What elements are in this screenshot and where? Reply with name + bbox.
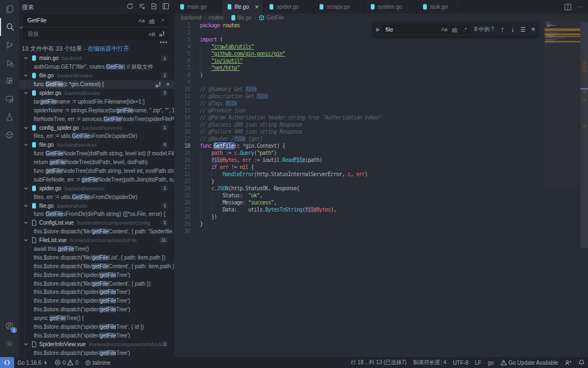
result-file-row[interactable]: main.go backend 1 bbox=[19, 54, 174, 63]
result-match-row[interactable]: this.$store.dispatch('spider/getFileTree… bbox=[19, 297, 174, 305]
replace-all-icon[interactable] bbox=[158, 30, 166, 38]
whole-word-icon[interactable]: ab bbox=[148, 16, 156, 24]
tab-file.go[interactable]: file.go× bbox=[222, 0, 264, 14]
result-file-row[interactable]: file.go backend/services 4 bbox=[19, 141, 174, 149]
status-go[interactable]: go bbox=[485, 357, 497, 368]
result-match-row[interactable]: subFileNode, err := getFileNodeTree(path… bbox=[19, 175, 174, 184]
result-match-row[interactable]: this.$store.dispatch('file/getFileConten… bbox=[19, 227, 174, 236]
breadcrumb-item[interactable]: backend bbox=[181, 15, 201, 21]
search-details-ellipsis[interactable]: ••• bbox=[160, 39, 168, 45]
activity-run-debug-icon[interactable] bbox=[0, 54, 19, 72]
find-in-selection-icon[interactable]: ☰ bbox=[519, 25, 527, 34]
result-match-row[interactable]: targetFilename := uploadFile.Filename[id… bbox=[19, 97, 174, 106]
status-feedback-icon[interactable] bbox=[561, 357, 575, 368]
status-utf-8[interactable]: UTF-8 bbox=[450, 357, 471, 368]
tab-main.go[interactable]: main.go bbox=[174, 0, 222, 14]
activity-source-control-icon[interactable] bbox=[0, 36, 19, 54]
tab-spider.go[interactable]: spider.go bbox=[264, 0, 314, 14]
replace-input[interactable]: 替换 AB bbox=[23, 28, 169, 39]
replace-match-icon[interactable] bbox=[155, 81, 162, 88]
status-bell-icon[interactable] bbox=[575, 357, 588, 368]
settings-gear-icon[interactable] bbox=[0, 335, 19, 353]
status-lf[interactable]: LF bbox=[471, 357, 485, 368]
status--18-13-7-[interactable]: 行 18，列 13 (已选择7) bbox=[347, 357, 410, 368]
result-file-row[interactable]: ConfigList.vue frontend/src/components/C… bbox=[19, 219, 174, 227]
result-match-row[interactable]: this.$store.dispatch('spider/getFileTree… bbox=[19, 348, 174, 357]
breadcrumb-item[interactable]: GetFile bbox=[259, 15, 284, 21]
tab-task.go[interactable]: task.go bbox=[417, 0, 462, 14]
tab-scrapy.go[interactable]: scrapy.go bbox=[314, 0, 365, 14]
activity-testing-icon[interactable] bbox=[0, 108, 19, 126]
open-in-editor-link[interactable]: 在编辑器中打开 bbox=[87, 45, 129, 52]
find-whole-word-icon[interactable]: ab bbox=[451, 26, 458, 33]
result-match-row[interactable]: this.$store.dispatch('spider/getFileTree… bbox=[19, 323, 174, 331]
result-match-row[interactable]: this.$store.dispatch('spider/getFileTree… bbox=[19, 270, 174, 279]
result-match-row[interactable]: return getFileNodeTree(dstPath, level, d… bbox=[19, 158, 174, 167]
status--4[interactable]: 制表符长度: 4 bbox=[410, 357, 450, 368]
result-file-row[interactable]: file.go backend/routes 1 bbox=[19, 71, 174, 80]
breadcrumb-item[interactable]: routes bbox=[209, 15, 224, 21]
find-previous-icon[interactable]: ↑ bbox=[498, 25, 506, 34]
breadcrumb-item[interactable]: file.go bbox=[231, 15, 252, 21]
result-match-row[interactable]: await this.getFileTree() bbox=[19, 245, 174, 254]
go-version[interactable]: Go 1.16.6 bbox=[14, 357, 51, 368]
tab-system.go[interactable]: system.go bbox=[365, 0, 418, 14]
scrollbar[interactable] bbox=[580, 22, 588, 357]
result-file-row[interactable]: FileList.vue frontend/src/components/Fil… bbox=[19, 236, 174, 245]
find-close-icon[interactable]: × bbox=[529, 25, 537, 34]
result-match-row[interactable]: this.$store.dispatch('spider/getFileTree… bbox=[19, 288, 174, 297]
result-match-row[interactable]: fileNodeTree, err := services.GetFileNod… bbox=[19, 114, 174, 123]
regex-icon[interactable]: .* bbox=[158, 16, 166, 24]
result-match-row[interactable]: func getFileNodeTree(dstPath string, lev… bbox=[19, 167, 174, 176]
activity-search-icon[interactable] bbox=[0, 18, 19, 36]
search-input[interactable]: GetFile Aa ab .* bbox=[23, 15, 169, 26]
dismiss-match-icon[interactable]: × bbox=[166, 81, 170, 88]
code-line: 5 "github.com/gin-gonic/gin" bbox=[174, 50, 544, 57]
tabnine-status[interactable]: tabnine bbox=[82, 357, 114, 368]
result-match-row[interactable]: this.$store.dispatch('file/getFileList',… bbox=[19, 253, 174, 262]
preserve-case-icon[interactable]: AB bbox=[148, 30, 156, 38]
find-match-case-icon[interactable]: Aa bbox=[440, 26, 448, 33]
result-match-row[interactable]: async getFileTree() { bbox=[19, 314, 174, 323]
code-area[interactable]: 1package routes23import (4 "crawlab/util… bbox=[174, 22, 544, 234]
activity-extensions-icon[interactable] bbox=[0, 72, 19, 90]
find-toggle-chevron-icon[interactable]: ▶ bbox=[374, 27, 382, 32]
result-match-row[interactable]: this.$store.dispatch('spider/getFileTree… bbox=[19, 331, 174, 340]
find-input[interactable]: file Aa ab .* bbox=[382, 25, 471, 34]
activity-bar: 1 bbox=[0, 0, 19, 357]
result-file-row[interactable]: spider.go backend/services 1 bbox=[19, 184, 174, 192]
result-match-row[interactable]: files, err := utils.GetFilesFromDir(spid… bbox=[19, 132, 174, 141]
toggle-replace-chevron-icon[interactable] bbox=[19, 24, 23, 31]
remote-indicator[interactable] bbox=[0, 357, 14, 368]
result-match-row[interactable]: func GetFile(c *gin.Context) {× bbox=[19, 80, 174, 89]
activity-remote-explorer-icon[interactable] bbox=[0, 90, 19, 108]
split-editor-icon[interactable] bbox=[564, 3, 572, 11]
find-regex-icon[interactable]: .* bbox=[461, 26, 469, 33]
result-match-row[interactable]: spiderName := strings.Replace(targetFile… bbox=[19, 106, 174, 114]
status-go-update-available[interactable]: Go Update Available bbox=[497, 357, 561, 368]
open-in-editor-icon[interactable] bbox=[162, 2, 170, 10]
result-match-row[interactable]: func GetFileNodeTree(dstPath string, lev… bbox=[19, 149, 174, 158]
result-match-row[interactable]: this.$store.dispatch('spider/getFileTree… bbox=[19, 305, 174, 314]
refresh-icon[interactable] bbox=[126, 2, 134, 10]
result-file-row[interactable]: SpiderInfoView.vue frontend/src/componen… bbox=[19, 340, 174, 348]
result-match-row[interactable]: authGroup.GET("/file", routes.GetFile) /… bbox=[19, 63, 174, 71]
result-match-row[interactable]: func GetFilesFromDir(dirPath string) ([]… bbox=[19, 210, 174, 219]
more-actions-icon[interactable]: ⋯ bbox=[577, 3, 584, 10]
result-match-row[interactable]: this.$store.dispatch('file/getFileConten… bbox=[19, 279, 174, 288]
result-match-row[interactable]: files, err := utils.GetFilesFromDir(spid… bbox=[19, 192, 174, 201]
activity-explorer-icon[interactable] bbox=[0, 0, 19, 18]
activity-packages-icon[interactable] bbox=[0, 126, 19, 144]
new-search-editor-icon[interactable] bbox=[150, 2, 158, 10]
tab-close-icon[interactable]: × bbox=[255, 3, 259, 11]
problems-status[interactable]: 00 bbox=[51, 357, 82, 368]
result-file-row[interactable]: file.go backend/utils 1 bbox=[19, 201, 174, 210]
clear-results-icon[interactable] bbox=[138, 2, 146, 10]
minimap[interactable] bbox=[544, 22, 580, 185]
match-case-icon[interactable]: Aa bbox=[138, 16, 145, 24]
find-next-icon[interactable]: ↓ bbox=[509, 25, 517, 34]
result-file-row[interactable]: config_spider.go backend/services 1 bbox=[19, 123, 174, 132]
result-file-row[interactable]: spider.go backend/routes 3 bbox=[19, 89, 174, 98]
account-icon[interactable]: 1 bbox=[0, 317, 19, 335]
result-match-row[interactable]: this.$store.dispatch('file/getFileConten… bbox=[19, 262, 174, 270]
